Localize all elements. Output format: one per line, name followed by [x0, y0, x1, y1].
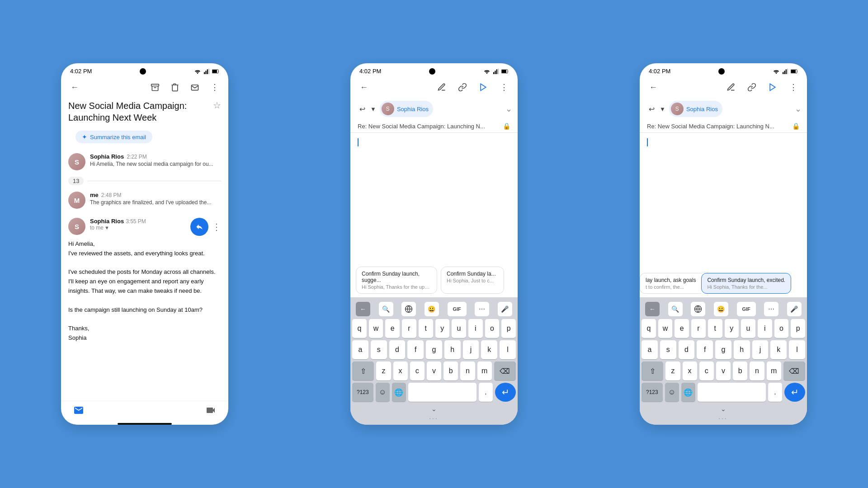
kb-y-3[interactable]: y	[725, 319, 739, 338]
back-button-2[interactable]: ←	[356, 79, 372, 95]
kb-send-2[interactable]: ↵	[495, 383, 516, 402]
delete-button-1[interactable]	[167, 79, 183, 95]
smart-reply-1-2[interactable]: Confirm Sunday launch, sugge... Hi Sophi…	[356, 267, 437, 294]
kb-more-btn-2[interactable]: ⋯	[475, 302, 489, 316]
reply-back-btn-3[interactable]: ↩	[645, 103, 658, 115]
edit-button-2[interactable]	[434, 79, 450, 95]
kb-emoji-btn-2[interactable]: 😀	[425, 302, 439, 316]
kb-d-3[interactable]: d	[679, 340, 695, 359]
more-button-2[interactable]: ⋮	[496, 79, 512, 95]
kb-i-2[interactable]: i	[468, 319, 483, 338]
kb-i-3[interactable]: i	[758, 319, 772, 338]
kb-w-2[interactable]: w	[369, 319, 383, 338]
kb-g-2[interactable]: g	[426, 340, 442, 359]
kb-emoji-btn-3[interactable]: 😀	[714, 302, 728, 316]
kb-n-3[interactable]: n	[750, 361, 764, 380]
kb-j-2[interactable]: j	[463, 340, 479, 359]
kb-chevron-down-2[interactable]: ⌄	[352, 404, 516, 414]
kb-q-3[interactable]: q	[642, 319, 656, 338]
thread-item-me[interactable]: M me 2:48 PM The graphics are finalized,…	[61, 187, 228, 213]
summarize-button-1[interactable]: ✦ Summarize this email	[75, 131, 152, 143]
kb-globe-3[interactable]: 🌐	[681, 383, 695, 402]
kb-spacebar-3[interactable]	[698, 383, 766, 402]
kb-gif-btn-2[interactable]: GIF	[448, 302, 467, 316]
kb-period-2[interactable]: .	[479, 383, 493, 402]
kb-translate-btn-3[interactable]	[691, 302, 705, 316]
kb-shift-2[interactable]: ⇧	[352, 361, 374, 380]
kb-u-3[interactable]: u	[741, 319, 755, 338]
kb-m-2[interactable]: m	[477, 361, 492, 380]
reply-fab-button[interactable]	[190, 218, 208, 236]
chevron-down-2[interactable]: ▼	[370, 106, 376, 113]
kb-y-2[interactable]: y	[435, 319, 450, 338]
send-button-3[interactable]	[764, 79, 781, 95]
kb-back-btn-2[interactable]: ←	[356, 302, 370, 316]
more-button-1[interactable]: ⋮	[207, 79, 223, 95]
kb-b-3[interactable]: b	[733, 361, 747, 380]
smart-reply-2-3[interactable]: Confirm Sunday launch, excited. Hi Sophi…	[701, 273, 791, 294]
kb-n-2[interactable]: n	[460, 361, 475, 380]
kb-a-2[interactable]: a	[352, 340, 368, 359]
kb-f-3[interactable]: f	[697, 340, 713, 359]
kb-a-3[interactable]: a	[642, 340, 658, 359]
chevron-down-icon-1[interactable]: ▼	[104, 225, 109, 230]
kb-o-2[interactable]: o	[485, 319, 500, 338]
mail-nav-item[interactable]	[73, 405, 84, 416]
kb-e-2[interactable]: e	[385, 319, 400, 338]
kb-emoji-face-2[interactable]: ☺	[376, 383, 390, 402]
kb-z-3[interactable]: z	[665, 361, 680, 380]
kb-l-3[interactable]: l	[789, 340, 805, 359]
chevron-down-3[interactable]: ▼	[660, 106, 665, 113]
more-button-3[interactable]: ⋮	[785, 79, 802, 95]
kb-num-btn-3[interactable]: ?123	[642, 383, 663, 402]
kb-s-2[interactable]: s	[371, 340, 387, 359]
kb-w-3[interactable]: w	[658, 319, 673, 338]
kb-gif-btn-3[interactable]: GIF	[737, 302, 756, 316]
expand-icon-3[interactable]: ⌄	[795, 104, 802, 114]
kb-g-3[interactable]: g	[715, 340, 731, 359]
kb-translate-btn-2[interactable]	[401, 302, 416, 316]
kb-h-3[interactable]: h	[734, 340, 750, 359]
kb-m-3[interactable]: m	[767, 361, 781, 380]
kb-b-2[interactable]: b	[443, 361, 458, 380]
kb-search-btn-3[interactable]: 🔍	[668, 302, 683, 316]
kb-s-3[interactable]: s	[660, 340, 676, 359]
kb-h-2[interactable]: h	[444, 340, 461, 359]
thread-item-1[interactable]: S Sophia Rios 2:22 PM Hi Amelia, The new…	[61, 149, 228, 175]
kb-u-2[interactable]: u	[452, 319, 466, 338]
kb-k-3[interactable]: k	[770, 340, 787, 359]
mark-read-button-1[interactable]	[187, 79, 203, 95]
kb-p-3[interactable]: p	[791, 319, 805, 338]
link-button-2[interactable]	[454, 79, 471, 95]
kb-backspace-2[interactable]: ⌫	[494, 361, 516, 380]
kb-shift-3[interactable]: ⇧	[642, 361, 663, 380]
kb-o-3[interactable]: o	[774, 319, 789, 338]
kb-v-2[interactable]: v	[427, 361, 441, 380]
edit-button-3[interactable]	[723, 79, 739, 95]
kb-t-3[interactable]: t	[708, 319, 722, 338]
kb-more-btn-3[interactable]: ⋯	[764, 302, 778, 316]
kb-t-2[interactable]: t	[419, 319, 433, 338]
kb-r-2[interactable]: r	[402, 319, 416, 338]
kb-emoji-face-3[interactable]: ☺	[665, 383, 679, 402]
kb-mic-btn-2[interactable]: 🎤	[498, 302, 512, 316]
kb-x-2[interactable]: x	[393, 361, 408, 380]
link-button-3[interactable]	[744, 79, 760, 95]
kb-period-3[interactable]: .	[768, 383, 782, 402]
recipient-chip-3[interactable]: S Sophia Rios	[669, 101, 722, 117]
kb-k-2[interactable]: k	[481, 340, 497, 359]
more-icon-expanded[interactable]: ⋮	[212, 221, 221, 232]
archive-button-1[interactable]	[147, 79, 163, 95]
kb-c-2[interactable]: c	[410, 361, 425, 380]
kb-q-2[interactable]: q	[352, 319, 367, 338]
kb-p-2[interactable]: p	[501, 319, 516, 338]
kb-v-3[interactable]: v	[716, 361, 731, 380]
kb-search-btn-2[interactable]: 🔍	[379, 302, 393, 316]
video-nav-item[interactable]	[205, 405, 216, 416]
kb-send-3[interactable]: ↵	[784, 383, 805, 402]
kb-d-2[interactable]: d	[389, 340, 406, 359]
kb-l-2[interactable]: l	[500, 340, 516, 359]
kb-x-3[interactable]: x	[683, 361, 697, 380]
kb-j-3[interactable]: j	[752, 340, 769, 359]
smart-reply-1-3[interactable]: lay launch, ask goals t to confirm, the.…	[640, 273, 701, 294]
